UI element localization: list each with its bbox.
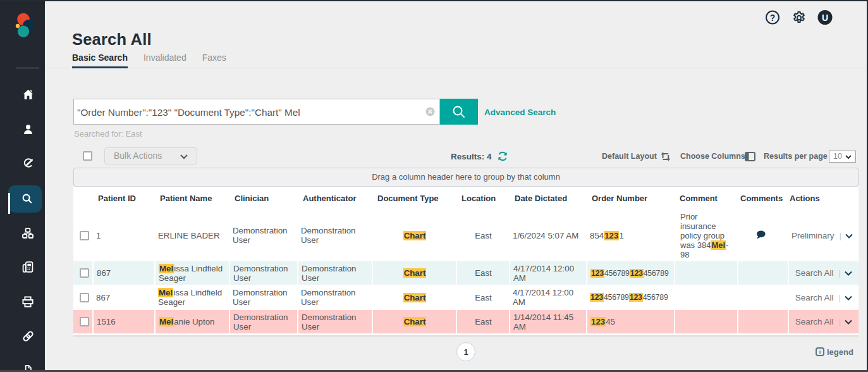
svg-text:?: ?	[770, 13, 776, 23]
svg-text:i: i	[819, 349, 821, 356]
svg-text:U: U	[822, 13, 828, 23]
